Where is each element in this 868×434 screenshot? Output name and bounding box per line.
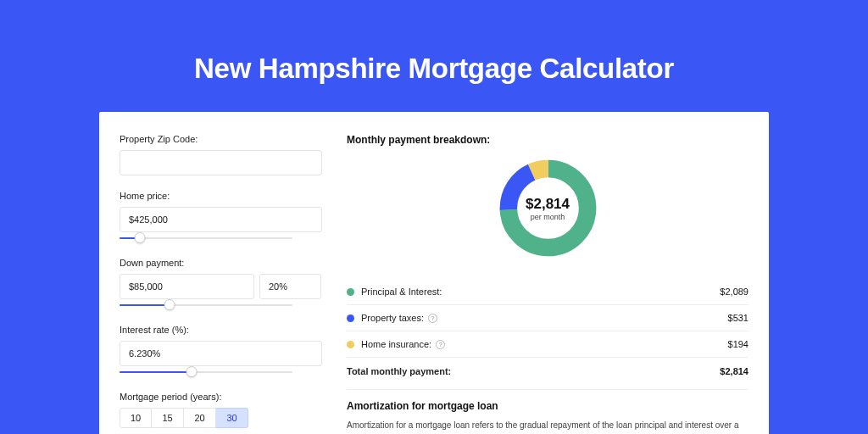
legend-row: Principal & Interest:$2,089 [347,279,748,305]
legend-value: $531 [728,313,748,323]
page-title: New Hampshire Mortgage Calculator [0,0,868,85]
donut-wrap: $2,814 per month [347,156,748,260]
legend-label: Property taxes:? [361,313,728,323]
amortization-title: Amortization for mortgage loan [347,400,748,412]
period-label: Mortgage period (years): [120,392,326,402]
legend-dot-icon [347,288,354,296]
period-options: 10152030 [120,408,326,428]
total-row: Total monthly payment: $2,814 [347,358,748,384]
down-payment-slider[interactable] [120,301,326,311]
home-price-block: Home price: [120,191,326,244]
down-payment-amount-input[interactable] [120,274,254,299]
interest-rate-input[interactable] [120,341,322,366]
home-price-label: Home price: [120,191,326,201]
divider [347,389,748,390]
interest-rate-block: Interest rate (%): [120,325,326,378]
inputs-panel: Property Zip Code: Home price: Down paym… [99,134,326,434]
period-option-20[interactable]: 20 [184,408,216,428]
zip-field-block: Property Zip Code: [120,134,326,175]
calculator-card: Property Zip Code: Home price: Down paym… [99,112,769,434]
zip-label: Property Zip Code: [120,134,326,144]
amortization-text: Amortization for a mortgage loan refers … [347,419,748,434]
breakdown-panel: Monthly payment breakdown: $2,814 per mo… [326,134,769,434]
info-icon[interactable]: ? [428,314,437,323]
breakdown-title: Monthly payment breakdown: [347,134,748,146]
legend-row: Home insurance:?$194 [347,331,748,358]
total-value: $2,814 [720,366,748,376]
slider-fill [120,304,170,306]
down-payment-percent-input[interactable] [259,274,321,299]
legend: Principal & Interest:$2,089Property taxe… [347,279,748,358]
period-option-10[interactable]: 10 [120,408,152,428]
donut-sub: per month [526,213,570,221]
period-option-15[interactable]: 15 [152,408,184,428]
period-option-30[interactable]: 30 [216,408,248,428]
info-icon[interactable]: ? [436,340,445,349]
home-price-input[interactable] [120,207,322,232]
legend-value: $2,089 [720,287,748,297]
slider-fill [120,371,192,373]
legend-row: Property taxes:?$531 [347,305,748,331]
legend-dot-icon [347,314,354,322]
legend-label: Principal & Interest: [361,287,720,297]
home-price-slider[interactable] [120,234,326,244]
total-label: Total monthly payment: [347,366,720,376]
interest-rate-slider[interactable] [120,368,326,378]
slider-thumb[interactable] [135,232,146,243]
slider-thumb[interactable] [164,299,175,310]
interest-rate-label: Interest rate (%): [120,325,326,335]
down-payment-block: Down payment: [120,258,326,311]
donut-chart: $2,814 per month [496,156,600,260]
legend-dot-icon [347,341,354,348]
zip-input[interactable] [120,150,322,175]
down-payment-label: Down payment: [120,258,326,268]
slider-thumb[interactable] [186,366,198,377]
period-block: Mortgage period (years): 10152030 [120,392,326,428]
legend-label: Home insurance:? [361,339,728,349]
donut-center: $2,814 per month [526,196,570,221]
legend-value: $194 [728,339,748,349]
donut-value: $2,814 [526,196,570,213]
